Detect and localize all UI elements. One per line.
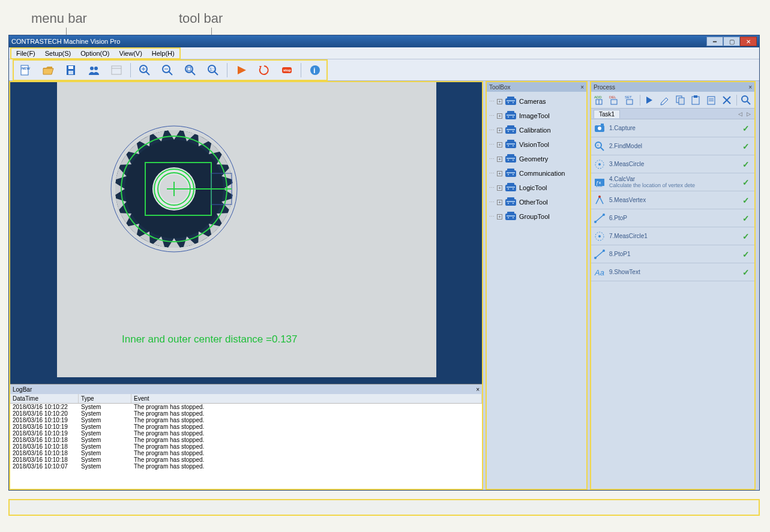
process-toolbar: ADD DEL SET	[591, 92, 754, 109]
menu-setup[interactable]: Setup(S)	[40, 49, 76, 58]
toolbox-node[interactable]: ⋯+Calibration	[488, 123, 585, 137]
stop-icon[interactable]: stop	[278, 62, 296, 79]
tab-nav[interactable]: ◁ ▷	[738, 111, 752, 117]
log-row[interactable]: 2018/03/16 10:10:19SystemThe program has…	[10, 430, 482, 437]
toolbox-node[interactable]: ⋯+VisionTool	[488, 137, 585, 152]
log-cell-time: 2018/03/16 10:10:07	[10, 463, 79, 470]
users-icon[interactable]	[85, 62, 103, 79]
copy-icon[interactable]	[675, 94, 687, 107]
zoom-fit-icon[interactable]: 1:1	[204, 62, 222, 79]
menu-file[interactable]: File(F)	[11, 49, 40, 58]
add-task-icon[interactable]: ADD	[594, 94, 606, 107]
toolbox-node[interactable]: ⋯+ImageTool	[488, 109, 585, 123]
paste-icon[interactable]	[690, 94, 702, 107]
svg-point-119	[598, 235, 601, 238]
log-row[interactable]: 2018/03/16 10:10:18SystemThe program has…	[10, 456, 482, 463]
svg-rect-89	[611, 100, 617, 104]
menu-help[interactable]: Help(H)	[147, 49, 179, 58]
image-canvas[interactable]: Inner and outer center distance =0.137	[57, 82, 436, 377]
menu-option[interactable]: Option(O)	[76, 49, 114, 58]
log-row[interactable]: 2018/03/16 10:10:07SystemThe program has…	[10, 463, 482, 470]
expander-icon[interactable]: +	[497, 142, 502, 148]
new-icon[interactable]: NEW	[16, 62, 34, 79]
toolbox-node[interactable]: ⋯+GroupTool	[488, 209, 585, 224]
svg-point-122	[603, 250, 605, 252]
log-cell-type: System	[79, 437, 131, 443]
log-row[interactable]: 2018/03/16 10:10:19SystemThe program has…	[10, 417, 482, 423]
set-task-icon[interactable]: SET	[624, 94, 636, 107]
log-row[interactable]: 2018/03/16 10:10:18SystemThe program has…	[10, 450, 482, 456]
toolbox-node[interactable]: ⋯+Cameras	[488, 94, 585, 109]
expander-icon[interactable]: +	[497, 214, 502, 220]
expander-icon[interactable]: +	[497, 128, 502, 133]
window-icon[interactable]	[107, 62, 125, 79]
loop-icon[interactable]	[255, 62, 273, 79]
log-row[interactable]: 2018/03/16 10:10:18SystemThe program has…	[10, 437, 482, 443]
log-col-type[interactable]: Type	[79, 394, 131, 403]
close-icon[interactable]: ×	[748, 84, 752, 91]
zoom-out-icon[interactable]	[158, 62, 176, 79]
task-icon	[594, 212, 606, 224]
log-cell-type: System	[79, 430, 131, 437]
save-icon[interactable]	[62, 62, 80, 79]
toolbox-node[interactable]: ⋯+Communication	[488, 166, 585, 181]
minimize-button[interactable]: ━	[706, 37, 723, 46]
edit-icon[interactable]	[659, 94, 671, 107]
expander-icon[interactable]: +	[497, 113, 502, 119]
expander-icon[interactable]: +	[497, 157, 502, 162]
log-row[interactable]: 2018/03/16 10:10:20SystemThe program has…	[10, 410, 482, 417]
task-label: 9.ShowText	[609, 269, 640, 275]
zoom-region-icon[interactable]	[181, 62, 199, 79]
log-header[interactable]: LogBar ×	[10, 384, 482, 394]
close-icon[interactable]: ×	[476, 386, 480, 393]
maximize-button[interactable]: ▢	[723, 37, 740, 46]
expander-icon[interactable]: +	[497, 99, 502, 104]
svg-point-48	[508, 116, 509, 118]
close-button[interactable]: ✕	[740, 37, 757, 46]
toolbox-node[interactable]: ⋯+LogicTool	[488, 181, 585, 195]
task-item[interactable]: 8.PtoP1✓	[591, 245, 754, 263]
zoom-in-icon[interactable]	[136, 62, 154, 79]
svg-rect-61	[507, 154, 514, 157]
log-rows[interactable]: 2018/03/16 10:10:22SystemThe program has…	[10, 404, 482, 489]
find-icon[interactable]	[740, 94, 752, 107]
log-col-event[interactable]: Event	[131, 394, 482, 403]
clipboard-icon[interactable]	[705, 94, 717, 107]
log-row[interactable]: 2018/03/16 10:10:22SystemThe program has…	[10, 404, 482, 410]
expander-icon[interactable]: +	[497, 185, 502, 191]
task-item[interactable]: Aa9.ShowText✓	[591, 263, 754, 281]
callout-tool-bar: tool bar	[179, 11, 223, 26]
run-icon[interactable]	[232, 62, 250, 79]
title-bar[interactable]: CONTRASTECH Machine Vision Pro ━ ▢ ✕	[9, 35, 759, 47]
menu-view[interactable]: View(V)	[115, 49, 147, 58]
info-icon[interactable]: i	[306, 62, 324, 79]
expander-icon[interactable]: +	[497, 171, 502, 176]
task-item[interactable]: +2.FindModel✓	[591, 137, 754, 155]
close-icon[interactable]: ×	[580, 84, 584, 91]
delete-icon[interactable]	[721, 94, 733, 107]
toolbox-node[interactable]: ⋯+OtherTool	[488, 195, 585, 209]
tab-task1[interactable]: Task1	[594, 110, 620, 118]
log-row[interactable]: 2018/03/16 10:10:19SystemThe program has…	[10, 423, 482, 430]
open-icon[interactable]	[39, 62, 57, 79]
svg-rect-71	[507, 183, 514, 185]
svg-rect-17	[187, 67, 191, 71]
run-step-icon[interactable]	[644, 94, 656, 107]
log-row[interactable]: 2018/03/16 10:10:18SystemThe program has…	[10, 443, 482, 450]
task-item[interactable]: 7.MeasCircle1✓	[591, 227, 754, 245]
toolbox-header[interactable]: ToolBox ×	[487, 82, 586, 92]
tool-category-icon	[505, 154, 517, 164]
display-panel[interactable]: Inner and outer center distance =0.137	[10, 82, 482, 384]
log-cell-event: The program has stopped.	[131, 443, 482, 450]
del-task-icon[interactable]: DEL	[609, 94, 621, 107]
log-col-datetime[interactable]: DataTime	[10, 394, 79, 403]
expander-icon[interactable]: +	[497, 200, 502, 205]
process-header[interactable]: Process ×	[591, 82, 754, 92]
task-item[interactable]: 1.Capture✓	[591, 119, 754, 137]
task-item[interactable]: VARƒx4.CalcVarCalculate the location of …	[591, 173, 754, 191]
task-item[interactable]: 5.MeasVertex✓	[591, 191, 754, 209]
toolbar-separator	[640, 95, 640, 106]
task-item[interactable]: 3.MeasCircle✓	[591, 155, 754, 173]
task-item[interactable]: 6.PtoP✓	[591, 209, 754, 227]
toolbox-node[interactable]: ⋯+Geometry	[488, 152, 585, 166]
